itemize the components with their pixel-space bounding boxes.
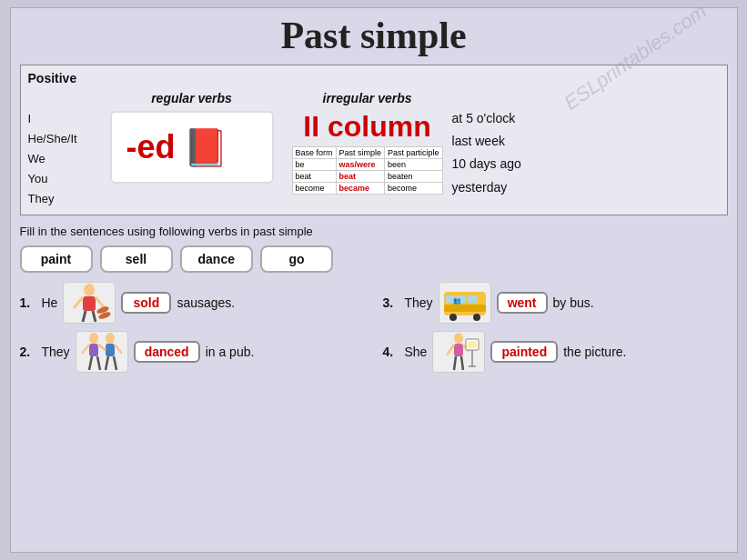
pronouns-column: I He/She/It We You They <box>28 109 92 209</box>
sentence-image-2 <box>76 331 128 373</box>
svg-line-5 <box>93 311 96 322</box>
irregular-verbs-column: irregular verbs II column Base form Past… <box>292 91 443 195</box>
sentence-num-1: 1. <box>20 295 36 310</box>
svg-line-26 <box>106 356 108 370</box>
positive-label: Positive <box>28 71 720 85</box>
svg-rect-11 <box>468 295 477 303</box>
positive-section: Positive I He/She/It We You They regular… <box>20 65 728 215</box>
sentence-image-1 <box>63 282 116 324</box>
sentence-num-2: 2. <box>20 345 36 359</box>
ed-text: -ed <box>126 128 176 166</box>
sentence-answer-1: sold <box>121 292 171 314</box>
regular-verbs-column: regular verbs -ed 📕 <box>101 91 283 184</box>
svg-rect-37 <box>468 341 477 348</box>
ed-box: -ed 📕 <box>110 111 274 184</box>
book-character-icon: 📕 <box>183 129 228 165</box>
sentence-answer-2: danced <box>134 341 200 363</box>
time-expr-1: at 5 o'clock <box>452 107 521 130</box>
time-expressions-column: at 5 o'clock last week 10 days ago yeste… <box>452 107 521 199</box>
svg-line-25 <box>97 356 100 370</box>
pronoun-they: They <box>28 189 92 209</box>
svg-rect-18 <box>89 344 98 356</box>
page-title: Past simple <box>20 14 728 57</box>
sentence-end-1: sausages. <box>177 295 235 310</box>
svg-line-27 <box>114 356 116 370</box>
sentence-end-2: in a pub. <box>206 345 255 359</box>
sentence-num-4: 4. <box>383 345 399 359</box>
svg-line-33 <box>461 356 463 370</box>
sentence-1: 1. He sold <box>20 282 365 324</box>
svg-line-30 <box>447 345 454 355</box>
fill-instruction: Fill in the sentences using following ve… <box>20 225 728 238</box>
pronoun-i: I <box>28 109 92 129</box>
sentence-image-3: 👥 <box>439 282 491 324</box>
svg-rect-19 <box>106 344 115 356</box>
verb-buttons-row: paint sell dance go <box>20 245 728 273</box>
time-expr-4: yesterday <box>452 176 521 199</box>
sentences-grid: 1. He sold <box>20 282 728 373</box>
sentence-answer-4: painted <box>490 341 558 363</box>
svg-rect-29 <box>454 344 463 356</box>
svg-rect-1 <box>83 296 96 311</box>
sentence-num-3: 3. <box>383 295 399 310</box>
svg-point-16 <box>89 333 98 344</box>
sentence-subject-4: She <box>405 345 428 359</box>
time-expr-2: last week <box>452 130 521 153</box>
sentence-image-4 <box>432 331 485 373</box>
pronoun-he-she-it: He/She/It <box>28 129 92 149</box>
svg-text:👥: 👥 <box>453 296 461 305</box>
svg-point-13 <box>449 314 457 321</box>
fill-section: Fill in the sentences using following ve… <box>20 225 728 373</box>
verb-dance[interactable]: dance <box>180 245 253 273</box>
svg-line-4 <box>83 311 86 322</box>
sentence-end-3: by bus. <box>553 295 594 310</box>
svg-point-0 <box>84 284 95 296</box>
verb-go[interactable]: go <box>260 245 333 273</box>
grammar-row: I He/She/It We You They regular verbs -e… <box>28 91 720 209</box>
verb-paint[interactable]: paint <box>20 245 93 273</box>
svg-point-28 <box>454 333 463 344</box>
svg-rect-8 <box>444 292 486 315</box>
svg-point-14 <box>473 314 480 321</box>
irregular-header: irregular verbs <box>323 91 412 105</box>
regular-header: regular verbs <box>151 91 232 105</box>
svg-line-24 <box>89 356 92 370</box>
sentence-subject-3: They <box>405 295 433 310</box>
sentence-subject-1: He <box>42 295 58 310</box>
sentence-subject-2: They <box>42 345 70 359</box>
pronoun-we: We <box>28 149 92 169</box>
pronoun-you: You <box>28 169 92 189</box>
svg-rect-12 <box>444 305 486 312</box>
svg-line-20 <box>82 345 89 354</box>
ii-column-text: II column <box>303 111 430 143</box>
svg-line-3 <box>96 297 105 308</box>
svg-point-17 <box>106 333 115 344</box>
svg-line-32 <box>454 356 456 370</box>
svg-line-22 <box>98 345 106 350</box>
svg-line-23 <box>115 345 122 354</box>
sentence-3: 3. They 👥 went <box>383 282 728 324</box>
time-expr-3: 10 days ago <box>452 153 521 175</box>
irregular-table: Base form Past simple Past participle be… <box>292 146 443 195</box>
sentence-2: 2. They <box>20 331 365 373</box>
svg-line-2 <box>74 297 83 308</box>
sentence-end-4: the picture. <box>563 345 626 359</box>
sentence-answer-3: went <box>497 292 548 314</box>
verb-sell[interactable]: sell <box>100 245 173 273</box>
sentence-4: 4. She <box>383 331 728 373</box>
